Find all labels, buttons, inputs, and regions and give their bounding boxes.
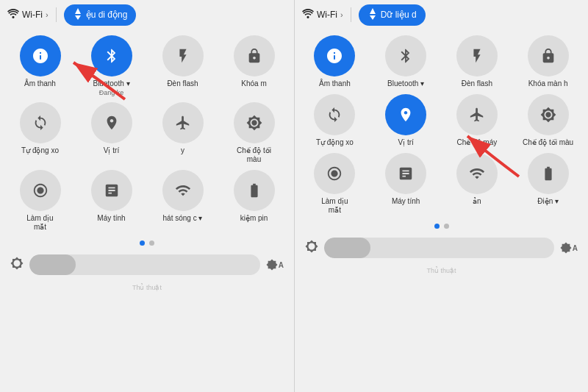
lam-diu-label-right: Làm dịumắt (321, 197, 348, 215)
vi-tri-label-right: Vị trí (398, 138, 413, 147)
tile-den-flash-right[interactable]: Đèn flash (445, 35, 510, 88)
brightness-low-icon-right (305, 240, 318, 256)
qs-row3-left: Làm dịumắt Máy tính hát sóng c ▾ kiệm pi… (0, 170, 294, 238)
tile-may-tinh-right[interactable]: Máy tính (373, 153, 439, 215)
tile-am-thanh-right[interactable]: Âm thanh (302, 35, 368, 88)
brightness-high-icon-right: A (560, 242, 578, 254)
wifi-label-left: Wi-Fi (22, 10, 43, 20)
wifi-label-right: Wi-Fi (317, 10, 337, 20)
brightness-left: A (0, 249, 294, 281)
data-label-left: ệu di động (86, 10, 128, 20)
tile-tu-dong-right[interactable]: Tự động xo (302, 94, 368, 147)
may-bay-icon-left (162, 102, 204, 143)
qs-row1-left: Âm thanh Bluetooth ▾ Đang ke Đèn flash K… (0, 29, 294, 102)
brightness-fill-left (29, 254, 76, 275)
may-tinh-label-left: Máy tính (97, 214, 125, 223)
tile-lam-diu-right[interactable]: Làm dịumắt (302, 153, 368, 215)
qs-row1-right: Âm thanh Bluetooth ▾ Đèn flash Khóa màn … (295, 29, 588, 94)
dot-2-right (444, 224, 449, 229)
tu-dong-label-right: Tự động xo (316, 138, 354, 147)
dots-right (295, 224, 588, 229)
den-flash-icon-right (456, 35, 498, 76)
brightness-slider-left[interactable] (29, 254, 260, 275)
wifi-chevron-left: › (46, 10, 49, 19)
qs-row2-left: Tự động xo Vị trí y Chế độ tốimàu (0, 102, 294, 170)
tu-dong-label-left: Tự động xo (21, 146, 59, 155)
data-toggle-left[interactable]: ệu di động (64, 4, 137, 26)
che-do-toi-icon-left (234, 102, 275, 143)
tile-bluetooth-right[interactable]: Bluetooth ▾ (373, 35, 439, 88)
an-label-right: ản (473, 197, 481, 206)
tile-an-right[interactable]: ản (445, 153, 510, 215)
bottom-label-left: Thủ thuật (0, 282, 294, 293)
brightness-slider-right[interactable] (324, 238, 554, 258)
dot-2-left (149, 240, 154, 246)
tu-dong-icon-right (314, 94, 355, 135)
am-thanh-icon-right (314, 35, 355, 76)
bottom-label-right: Thủ thuật (295, 266, 588, 276)
dots-left (0, 240, 294, 246)
tile-am-thanh-left[interactable]: Âm thanh (7, 35, 73, 96)
hat-song-label-left: hát sóng c ▾ (163, 214, 203, 223)
tile-den-flash-left[interactable]: Đèn flash (150, 35, 215, 96)
wifi-icon-right (302, 9, 314, 21)
data-label-right: Dữ liệu d (381, 10, 417, 20)
brightness-low-icon-left (10, 257, 24, 273)
bluetooth-sublabel-left: Đang ke (99, 89, 124, 96)
qs-row3-right: Làm dịumắt Máy tính ản Điện ▾ (295, 153, 588, 221)
tile-may-bay-left[interactable]: y (150, 102, 215, 164)
den-flash-label-left: Đèn flash (167, 79, 198, 88)
hat-song-icon-left (162, 170, 204, 211)
tile-tu-dong-left[interactable]: Tự động xo (7, 102, 73, 164)
bluetooth-icon-right (385, 35, 426, 76)
am-thanh-icon-left (20, 35, 61, 76)
wifi-icon-left (7, 9, 19, 21)
data-icon-right (368, 8, 378, 22)
tile-may-tinh-left[interactable]: Máy tính (79, 170, 144, 232)
tile-vi-tri-right[interactable]: Vị trí (373, 94, 439, 147)
vi-tri-label-left: Vị trí (104, 146, 119, 155)
topbar-left: Wi-Fi › ệu di động (0, 0, 294, 29)
tile-che-do-toi-left[interactable]: Chế độ tốimàu (221, 102, 287, 164)
tile-che-do-toi-right[interactable]: Chế độ tối màu (515, 94, 581, 147)
khoa-label-right: Khóa màn h (528, 79, 568, 88)
che-do-toi-icon-right (528, 94, 569, 135)
am-thanh-label-left: Âm thanh (24, 79, 56, 88)
tile-khoa-left[interactable]: Khóa m (221, 35, 287, 96)
che-do-toi-label-left: Chế độ tốimàu (237, 146, 271, 164)
qs-row2-right: Tự động xo Vị trí Chế độ máy Chế độ tối … (295, 94, 588, 153)
tile-lam-diu-left[interactable]: Làm dịumắt (7, 170, 73, 232)
tile-kiem-pin-left[interactable]: kiệm pin (221, 170, 287, 232)
che-do-may-icon-right (456, 94, 498, 135)
brightness-high-icon-left: A (266, 259, 284, 271)
dot-1-right (434, 224, 440, 229)
tile-khoa-right[interactable]: Khóa màn h (515, 35, 581, 88)
dien-icon-right (528, 153, 569, 194)
bluetooth-label-left: Bluetooth ▾ (93, 79, 129, 88)
panel-right: Wi-Fi › Dữ liệu d Âm thanh Bluetooth ▾ (294, 0, 588, 392)
tile-dien-right[interactable]: Điện ▾ (515, 153, 581, 215)
wifi-toggle-left[interactable]: Wi-Fi › (7, 9, 49, 21)
tile-bluetooth-left[interactable]: Bluetooth ▾ Đang ke (79, 35, 144, 96)
tu-dong-icon-left (20, 102, 61, 143)
divider-right (351, 7, 351, 22)
may-tinh-icon-right (385, 153, 426, 194)
tile-vi-tri-left[interactable]: Vị trí (79, 102, 144, 164)
data-toggle-right[interactable]: Dữ liệu d (359, 4, 426, 26)
may-tinh-icon-left (91, 170, 132, 211)
may-bay-label-left: y (181, 146, 184, 155)
may-tinh-label-right: Máy tính (392, 197, 420, 206)
vi-tri-icon-right (385, 94, 426, 135)
tile-hat-song-left[interactable]: hát sóng c ▾ (150, 170, 215, 232)
den-flash-icon-left (162, 35, 204, 76)
bluetooth-label-right: Bluetooth ▾ (387, 79, 424, 88)
wifi-toggle-right[interactable]: Wi-Fi › (302, 9, 343, 21)
data-icon-left (73, 8, 83, 22)
den-flash-label-right: Đèn flash (462, 79, 492, 88)
lam-diu-icon-right (314, 153, 355, 194)
che-do-may-label-right: Chế độ máy (456, 138, 497, 147)
panel-left: Wi-Fi › ệu di động Âm thanh Bluetooth ▾ … (0, 0, 294, 392)
an-icon-right (456, 153, 498, 194)
am-thanh-label-right: Âm thanh (319, 79, 351, 88)
tile-che-do-may-right[interactable]: Chế độ máy (445, 94, 510, 147)
